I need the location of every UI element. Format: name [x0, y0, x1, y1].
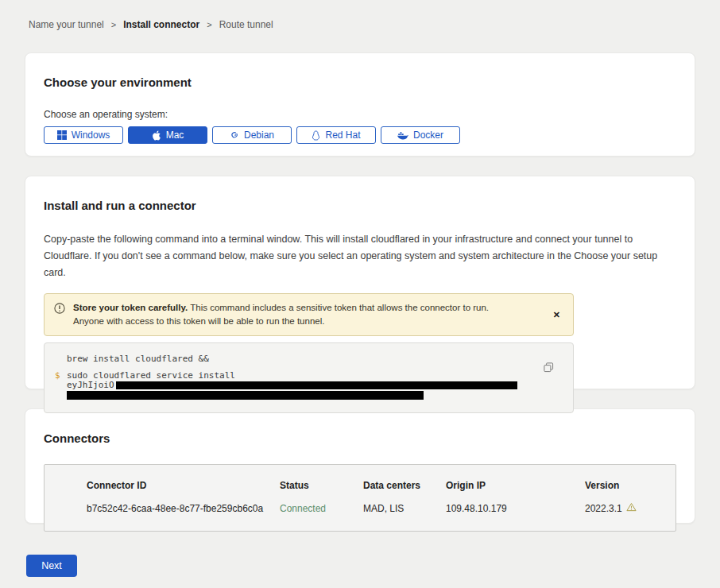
connectors-title: Connectors — [44, 431, 676, 445]
code-command-row: $ sudo cloudflared service install eyJhI… — [55, 371, 541, 400]
os-button-group: Windows Mac Debian — [44, 126, 676, 144]
connectors-table: Connector ID Status Data centers Origin … — [44, 464, 676, 532]
install-description: Copy-paste the following command into a … — [44, 231, 676, 281]
windows-icon — [57, 130, 67, 140]
token-warning-title: Store your token carefully. — [73, 303, 188, 312]
breadcrumb-route-tunnel[interactable]: Route tunnel — [219, 19, 273, 30]
header-origin-ip: Origin IP — [446, 480, 585, 491]
os-button-label: Debian — [244, 130, 274, 141]
os-button-windows[interactable]: Windows — [44, 126, 123, 144]
os-button-label: Windows — [72, 130, 110, 141]
redacted-token-bar — [116, 381, 517, 389]
redhat-penguin-icon — [312, 130, 320, 141]
code-line-sudo: sudo cloudflared service install — [67, 371, 517, 381]
code-line-token: eyJhIjoiO — [67, 381, 517, 390]
header-version: Version — [585, 480, 668, 491]
code-command-lines: sudo cloudflared service install eyJhIjo… — [67, 371, 517, 400]
apple-icon — [152, 130, 161, 141]
breadcrumb-install-connector[interactable]: Install connector — [123, 19, 199, 30]
redacted-token-bar — [67, 391, 424, 400]
os-button-debian[interactable]: Debian — [212, 126, 292, 144]
choose-environment-title: Choose your environment — [44, 75, 676, 89]
header-connector-id: Connector ID — [87, 480, 280, 491]
token-prefix: eyJhIjoiO — [67, 380, 114, 390]
docker-whale-icon — [397, 131, 408, 140]
os-button-redhat[interactable]: Red Hat — [296, 126, 376, 144]
header-status: Status — [280, 480, 363, 491]
next-button[interactable]: Next — [26, 555, 77, 577]
shell-prompt: $ — [55, 371, 67, 400]
install-command-code-block: brew install cloudflared && $ sudo cloud… — [44, 342, 574, 413]
cell-data-centers: MAD, LIS — [363, 503, 446, 514]
cell-origin-ip: 109.48.10.179 — [446, 503, 585, 514]
os-button-label: Red Hat — [325, 130, 360, 141]
table-row: b7c52c42-6caa-48ee-8c77-fbe259cb6c0a Con… — [87, 502, 668, 514]
token-warning-text: Store your token carefully. This command… — [73, 301, 518, 328]
install-connector-title: Install and run a connector — [44, 199, 676, 212]
os-label: Choose an operating system: — [44, 109, 676, 120]
warning-triangle-icon — [626, 502, 637, 514]
os-button-label: Docker — [413, 130, 443, 141]
copy-icon[interactable] — [542, 361, 555, 377]
os-button-docker[interactable]: Docker — [381, 126, 460, 144]
code-line-brew: brew install cloudflared && — [67, 354, 541, 364]
version-value: 2022.3.1 — [585, 503, 622, 514]
breadcrumb-separator: > — [111, 20, 116, 29]
cell-version: 2022.3.1 — [585, 502, 668, 514]
connectors-card: Connectors Connector ID Status Data cent… — [25, 408, 695, 524]
breadcrumb-name-your-tunnel[interactable]: Name your tunnel — [29, 19, 104, 30]
alert-circle-icon — [54, 303, 65, 318]
os-button-mac[interactable]: Mac — [128, 126, 207, 144]
breadcrumb-separator: > — [207, 20, 211, 29]
page: Name your tunnel > Install connector > R… — [0, 0, 720, 577]
cell-status: Connected — [280, 503, 363, 514]
token-warning-banner: Store your token carefully. This command… — [44, 293, 574, 336]
os-button-label: Mac — [166, 130, 184, 141]
close-icon[interactable]: ✕ — [550, 308, 563, 322]
header-data-centers: Data centers — [363, 480, 446, 491]
cell-connector-id: b7c52c42-6caa-48ee-8c77-fbe259cb6c0a — [87, 503, 280, 514]
table-header-row: Connector ID Status Data centers Origin … — [87, 480, 668, 491]
debian-icon — [230, 130, 239, 140]
choose-environment-card: Choose your environment Choose an operat… — [25, 52, 695, 157]
install-connector-card: Install and run a connector Copy-paste t… — [25, 176, 695, 389]
breadcrumb: Name your tunnel > Install connector > R… — [29, 19, 695, 30]
